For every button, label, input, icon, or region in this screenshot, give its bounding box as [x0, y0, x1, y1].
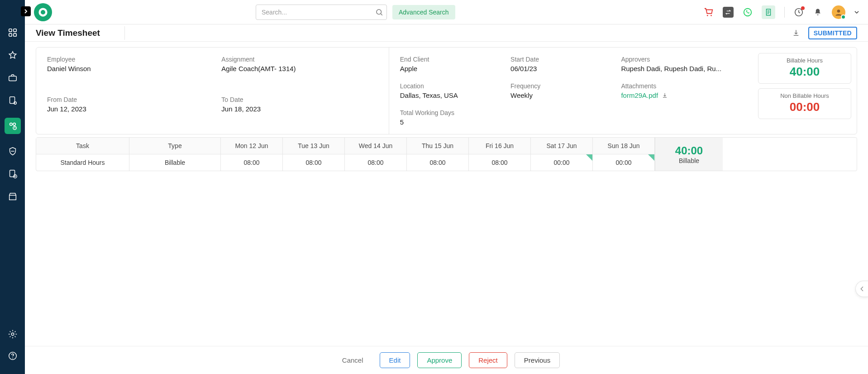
svg-rect-2: [9, 34, 11, 36]
sidebar-item-favorites[interactable]: [7, 50, 18, 61]
brand-logo[interactable]: [34, 3, 52, 21]
label-location: Location: [400, 82, 497, 90]
attachment-link[interactable]: form29A.pdf: [621, 91, 668, 99]
document-pin-icon: [8, 96, 18, 105]
grid-icon: [8, 28, 18, 38]
field-from-date: From Date Jun 12, 2023: [47, 96, 203, 126]
sidebar-item-dashboard[interactable]: [7, 27, 18, 38]
header-day-4: Fri 16 Jun: [469, 138, 530, 154]
total-column: 40:00 Billable: [655, 138, 723, 171]
svg-rect-12: [9, 195, 16, 200]
svg-rect-10: [10, 170, 14, 177]
cell-day-5-val: 00:00: [553, 159, 569, 166]
cell-day-4: 08:00: [469, 154, 530, 171]
footer-actions: Cancel Edit Approve Reject Previous: [25, 346, 868, 374]
bell-icon[interactable]: [813, 7, 823, 17]
sync-icon[interactable]: [794, 7, 804, 17]
svg-point-15: [12, 358, 13, 359]
arrow-left-icon: [858, 285, 866, 292]
download-icon[interactable]: [792, 29, 800, 37]
value-to: Jun 18, 2023: [221, 105, 377, 113]
svg-point-17: [377, 10, 382, 14]
whatsapp-icon[interactable]: [743, 7, 753, 17]
header-type: Type: [129, 138, 220, 154]
sidebar-item-help[interactable]: [7, 350, 18, 361]
col-type: Type Billable: [129, 138, 221, 171]
search-icon[interactable]: [375, 8, 383, 16]
approve-button[interactable]: Approve: [417, 352, 462, 368]
details-mid: End Client Apple Start Date 06/01/23 App…: [389, 48, 758, 134]
label-employee: Employee: [47, 56, 203, 63]
label-attachments: Attachments: [621, 82, 747, 90]
sidebar-item-store[interactable]: [7, 191, 18, 202]
user-avatar[interactable]: [832, 5, 845, 19]
storefront-icon: [8, 192, 18, 201]
timesheet-table: Task Standard Hours Type Billable Mon 12…: [36, 137, 857, 171]
details-right: Billable Hours 40:00 Non Billable Hours …: [758, 48, 857, 134]
sidebar-item-locate[interactable]: [7, 95, 18, 106]
weekend-marker-icon: [586, 154, 592, 161]
svg-point-13: [11, 333, 14, 336]
sidebar-item-timesheet[interactable]: [5, 118, 21, 134]
col-day-6: Sun 18 Jun 00:00: [593, 138, 655, 171]
svg-point-16: [40, 9, 47, 15]
label-assignment: Assignment: [221, 56, 377, 63]
details-card: Employee Daniel Winson Assignment Agile …: [36, 47, 857, 134]
logo-ring-icon: [38, 7, 48, 17]
label-approvers: Approvers: [621, 56, 747, 63]
divider: [784, 7, 785, 18]
previous-button[interactable]: Previous: [515, 352, 560, 368]
svg-point-7: [10, 123, 12, 126]
sidebar-item-cases[interactable]: [7, 72, 18, 83]
profile-caret[interactable]: [854, 10, 859, 14]
header-task: Task: [36, 138, 129, 154]
sidebar-expand-button[interactable]: [21, 6, 31, 16]
col-day-5: Sat 17 Jun 00:00: [531, 138, 593, 171]
document-chart-icon: [8, 169, 18, 179]
star-icon: [8, 50, 18, 60]
attachment-download-icon[interactable]: [662, 92, 668, 99]
cell-day-0: 08:00: [221, 154, 282, 171]
value-working-days: 5: [400, 118, 747, 126]
label-frequency: Frequency: [510, 82, 607, 90]
non-billable-value: 00:00: [763, 100, 846, 114]
swap-icon[interactable]: [723, 7, 734, 18]
sidebar-item-settings[interactable]: [7, 329, 18, 340]
shield-icon: [8, 146, 18, 156]
billable-value: 40:00: [763, 65, 846, 79]
field-location: Location Dallas, Texas, USA: [400, 82, 497, 99]
sidebar-item-security[interactable]: [7, 146, 18, 157]
sidebar-item-reports[interactable]: [7, 168, 18, 179]
value-employee: Daniel Winson: [47, 65, 203, 72]
non-billable-label: Non Billable Hours: [763, 92, 846, 99]
field-start-date: Start Date 06/01/23: [510, 56, 607, 72]
value-start-date: 06/01/23: [510, 65, 607, 72]
search-input[interactable]: [256, 5, 387, 20]
billable-hours-box: Billable Hours 40:00: [758, 53, 851, 84]
cell-day-6: 00:00: [593, 154, 654, 171]
col-day-1: Tue 13 Jun 08:00: [283, 138, 345, 171]
label-start-date: Start Date: [510, 56, 607, 63]
attachment-filename: form29A.pdf: [621, 91, 658, 99]
svg-point-8: [13, 123, 15, 126]
weekend-marker-icon: [648, 154, 654, 161]
svg-point-18: [707, 14, 708, 16]
svg-rect-4: [9, 76, 16, 81]
header-day-0: Mon 12 Jun: [221, 138, 282, 154]
floating-back-button[interactable]: [855, 281, 868, 297]
doc-export-icon[interactable]: [762, 5, 775, 19]
cart-icon[interactable]: [704, 7, 714, 17]
page-title: View Timesheet: [36, 28, 100, 38]
page-header: View Timesheet SUBMITTED: [25, 24, 868, 42]
cell-day-1: 08:00: [283, 154, 344, 171]
reject-button[interactable]: Reject: [469, 352, 507, 368]
svg-point-23: [837, 10, 840, 13]
cell-task: Standard Hours: [36, 154, 129, 171]
cancel-button[interactable]: Cancel: [333, 353, 372, 368]
advanced-search-button[interactable]: Advanced Search: [392, 5, 455, 19]
label-end-client: End Client: [400, 56, 497, 63]
edit-button[interactable]: Edit: [380, 352, 410, 368]
cell-day-6-val: 00:00: [615, 159, 631, 166]
value-assignment: Agile Coach(AMT- 1314): [221, 65, 377, 72]
header-day-2: Wed 14 Jun: [345, 138, 406, 154]
